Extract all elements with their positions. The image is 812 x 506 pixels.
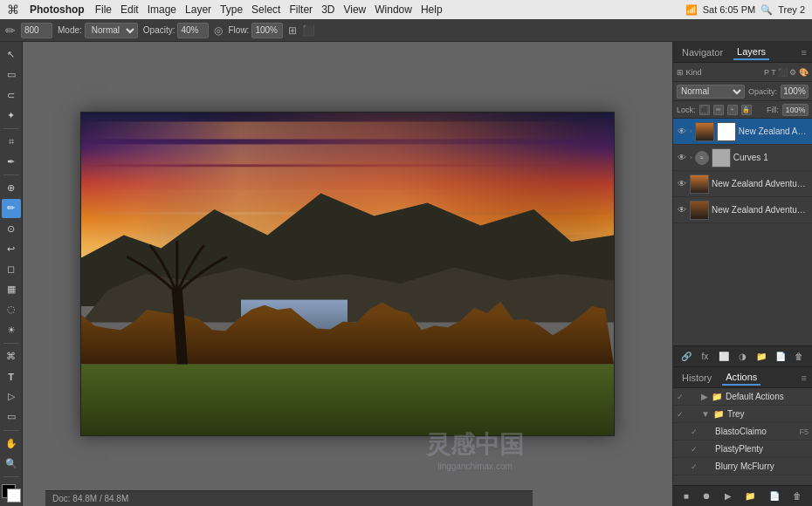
menu-3d[interactable]: 3D — [321, 3, 334, 16]
app-name: Photoshop — [30, 3, 85, 16]
layer-item[interactable]: 👁 New Zealand Adventure (S16... — [673, 197, 812, 223]
eraser-tool[interactable]: ◻ — [2, 260, 21, 278]
tab-history[interactable]: History — [678, 371, 715, 385]
brush-tool[interactable]: ✏ — [2, 199, 21, 217]
flow-control: Flow: — [228, 23, 283, 38]
group-layers-btn[interactable]: 📁 — [754, 349, 769, 365]
airbrush-icon[interactable]: ◎ — [214, 24, 223, 37]
layer-item[interactable]: 👁 › ≈ Curves 1 — [673, 145, 812, 171]
dodge-tool[interactable]: ☀ — [2, 321, 21, 339]
action-item[interactable]: ✓ Blurry McFlurry — [673, 458, 812, 475]
tab-layers[interactable]: Layers — [733, 44, 769, 60]
menu-help[interactable]: Help — [421, 3, 443, 16]
move-tool[interactable]: ↖ — [2, 45, 21, 64]
layer-name: New Zealand Adventure (S16... — [712, 179, 809, 188]
crop-tool[interactable]: ⌗ — [2, 133, 21, 151]
lock-position-icon[interactable]: + — [727, 105, 738, 115]
panel-close-icon[interactable]: ≡ — [802, 47, 807, 58]
stop-btn[interactable]: ■ — [684, 491, 689, 501]
search-icon[interactable]: 🔍 — [760, 4, 773, 16]
blend-mode-select[interactable]: Normal Multiply Screen — [677, 85, 745, 99]
opacity-label: Opacity: — [748, 87, 777, 96]
layer-link-icon[interactable]: › — [690, 154, 692, 161]
link-layers-btn[interactable]: 🔗 — [678, 349, 694, 365]
zoom-tool[interactable]: 🔍 — [2, 455, 21, 473]
record-btn[interactable]: ⏺ — [702, 491, 711, 501]
layer-mask-thumbnail — [712, 148, 731, 168]
heal-tool[interactable]: ⊕ — [2, 179, 21, 197]
visibility-eye-icon[interactable]: 👁 — [677, 179, 687, 189]
menu-items: File Edit Image Layer Type Select Filter… — [95, 3, 443, 16]
history-brush-tool[interactable]: ↩ — [2, 240, 21, 258]
menu-edit[interactable]: Edit — [120, 3, 139, 16]
eyedropper-tool[interactable]: ✒ — [2, 153, 21, 171]
stylus-icon[interactable]: ⊞ — [288, 24, 297, 37]
brush-size-input[interactable] — [21, 23, 52, 38]
add-mask-btn[interactable]: ⬜ — [716, 349, 732, 365]
delete-layer-btn[interactable]: 🗑 — [791, 349, 807, 365]
visibility-eye-icon[interactable]: 👁 — [677, 153, 687, 163]
pen-tool[interactable]: ⌘ — [2, 347, 21, 366]
actions-list: ✓ ▶ 📁 Default Actions ✓ ▼ 📁 Trey ✓ — [673, 388, 812, 485]
action-name: PlastyPlenty — [715, 444, 809, 454]
magic-wand-tool[interactable]: ✦ — [2, 106, 21, 125]
tab-navigator[interactable]: Navigator — [678, 45, 726, 59]
main-canvas[interactable] — [80, 112, 615, 436]
tool-divider-2 — [3, 174, 19, 175]
lock-transparency-icon[interactable]: ⬛ — [699, 105, 710, 115]
action-group-item[interactable]: ✓ ▶ 📁 Default Actions — [673, 388, 812, 406]
clone-tool[interactable]: ⊙ — [2, 220, 21, 238]
new-action-btn[interactable]: 📄 — [769, 491, 780, 501]
new-action-set-btn[interactable]: 📁 — [745, 491, 755, 501]
layers-bottom-toolbar: 🔗 fx ⬜ ◑ 📁 📄 🗑 — [673, 345, 812, 366]
menu-image[interactable]: Image — [148, 3, 176, 16]
opacity-input[interactable] — [177, 23, 209, 38]
opacity-value[interactable] — [781, 85, 809, 99]
adjustment-layer-icon: ≈ — [695, 151, 709, 165]
action-item[interactable]: ✓ PlastyPlenty — [673, 441, 812, 458]
mode-select[interactable]: Normal — [85, 23, 138, 38]
action-expand-icon[interactable]: ▶ — [701, 392, 708, 401]
layer-item[interactable]: 👁 › New Zealand Adve... — [673, 119, 812, 145]
path-select-tool[interactable]: ▷ — [2, 387, 21, 406]
gradient-tool[interactable]: ▦ — [2, 280, 21, 298]
background-color[interactable] — [7, 489, 21, 503]
status-bar: Doc: 84.8M / 84.8M — [45, 490, 533, 506]
visibility-eye-icon[interactable]: 👁 — [677, 205, 687, 215]
action-group-name: Trey — [727, 409, 809, 419]
lock-all-icon[interactable]: 🔒 — [741, 105, 752, 115]
menu-layer[interactable]: Layer — [185, 3, 211, 16]
lock-image-icon[interactable]: ✏ — [713, 105, 724, 115]
new-layer-btn[interactable]: 📄 — [773, 349, 788, 365]
tab-actions[interactable]: Actions — [722, 370, 760, 386]
actions-menu-icon[interactable]: ≡ — [802, 373, 807, 383]
color-swatches[interactable] — [2, 484, 21, 503]
lasso-tool[interactable]: ⊂ — [2, 85, 21, 104]
play-btn[interactable]: ▶ — [725, 491, 732, 501]
adjustment-layer-btn[interactable]: ◑ — [734, 349, 750, 365]
layer-item[interactable]: 👁 New Zealand Adventure (S16... — [673, 171, 812, 197]
layer-link-icon[interactable]: › — [690, 127, 692, 135]
fill-value[interactable] — [782, 104, 809, 116]
menu-filter[interactable]: Filter — [289, 3, 313, 16]
flow-input[interactable] — [251, 23, 283, 38]
layer-style-btn[interactable]: fx — [697, 349, 712, 365]
extra-icon[interactable]: ⬛ — [302, 24, 315, 37]
menu-view[interactable]: View — [343, 3, 366, 16]
action-item[interactable]: ✓ BlastoClaimo F5 — [673, 423, 812, 441]
blur-tool[interactable]: ◌ — [2, 300, 21, 318]
marquee-tool[interactable]: ▭ — [2, 65, 21, 84]
hand-tool[interactable]: ✋ — [2, 434, 21, 453]
shape-tool[interactable]: ▭ — [2, 407, 21, 426]
menu-select[interactable]: Select — [251, 3, 280, 16]
menu-type[interactable]: Type — [220, 3, 243, 16]
menu-file[interactable]: File — [95, 3, 112, 16]
visibility-eye-icon[interactable]: 👁 — [677, 126, 687, 137]
layers-kind-toolbar: ⊞ Kind P T ⬛ ⚙ 🎨 — [673, 63, 812, 82]
delete-action-btn[interactable]: 🗑 — [793, 491, 802, 501]
action-expand-icon[interactable]: ▼ — [701, 409, 710, 419]
layer-mask-thumbnail — [717, 122, 736, 141]
text-tool[interactable]: T — [2, 367, 21, 386]
action-group-item[interactable]: ✓ ▼ 📁 Trey — [673, 406, 812, 423]
menu-window[interactable]: Window — [375, 3, 412, 16]
